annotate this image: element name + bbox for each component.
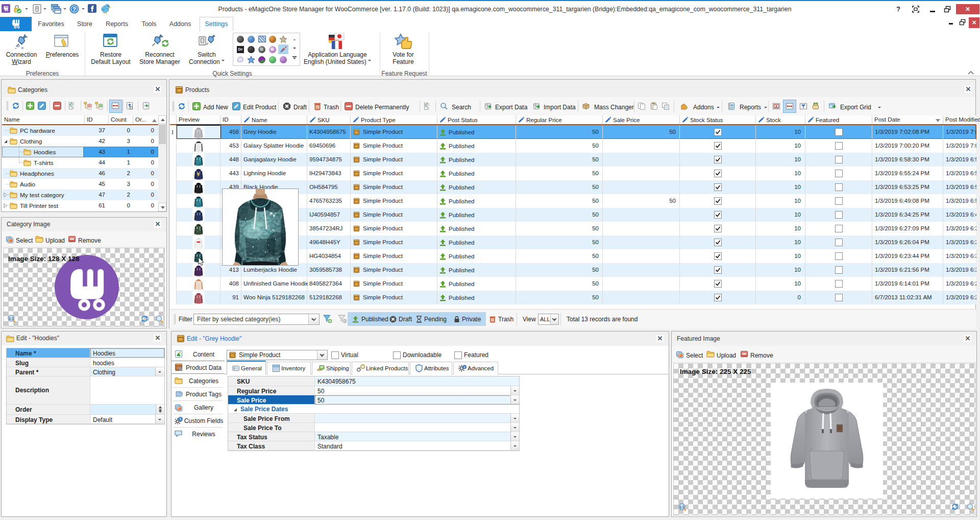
svg-text:?: ? (72, 6, 76, 12)
